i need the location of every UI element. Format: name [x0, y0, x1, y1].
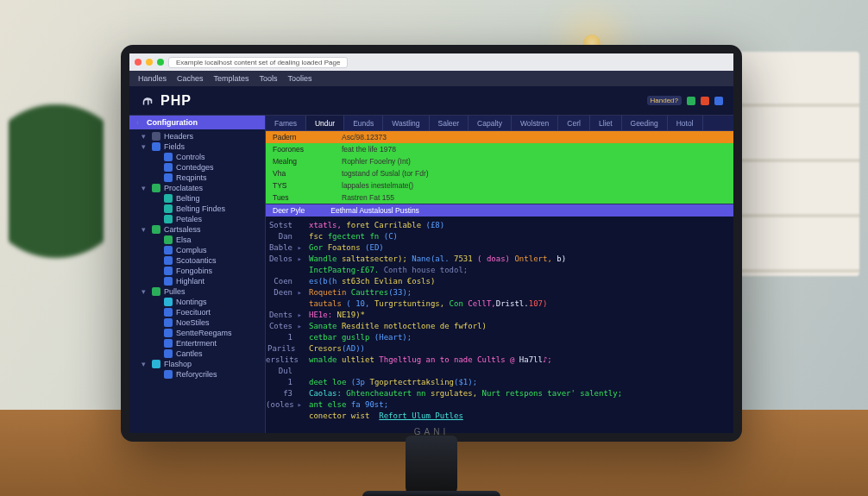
- panel-row[interactable]: PadernAsc/98.12373: [266, 131, 733, 143]
- twisty-icon[interactable]: ▸: [296, 254, 302, 265]
- tab-item[interactable]: Hotol: [668, 116, 703, 130]
- twisty-icon[interactable]: ▸: [296, 321, 302, 332]
- gutter[interactable]: 1: [267, 332, 309, 343]
- gutter[interactable]: Cotes▸: [267, 321, 309, 332]
- indicator-icon[interactable]: [687, 97, 695, 105]
- sidebar-item[interactable]: Petales: [129, 214, 265, 224]
- gutter[interactable]: Dul: [267, 366, 309, 377]
- sidebar-item[interactable]: ▾Pulles: [129, 286, 265, 297]
- twisty-icon[interactable]: ▸: [296, 310, 302, 321]
- twisty-icon[interactable]: ▸: [296, 287, 302, 298]
- indicator-icon[interactable]: [714, 97, 723, 105]
- sidebar-item[interactable]: Foecituort: [129, 307, 265, 317]
- window-chrome: Example localhost content set of dealing…: [129, 53, 733, 71]
- gutter[interactable]: M(ooles▸: [267, 399, 309, 411]
- menu-item[interactable]: Handles: [138, 74, 167, 83]
- gutter-label: Delos: [269, 254, 292, 265]
- menu-item[interactable]: Tools: [260, 74, 278, 83]
- browser-tab[interactable]: Example localhost content set of dealing…: [168, 57, 348, 68]
- sidebar-item[interactable]: ▾Headers: [129, 131, 265, 141]
- tab-item[interactable]: Fames: [266, 116, 306, 130]
- sidebar-item[interactable]: Entertrment: [129, 338, 265, 348]
- code-text: tautals ( 10, Turgrstuntings, Con CellT,…: [309, 298, 547, 310]
- sidebar-item[interactable]: Belting: [129, 193, 265, 204]
- sidebar-header[interactable]: ‹ Configuration: [129, 116, 265, 129]
- chevron-left-icon: ‹: [136, 118, 143, 127]
- code-text: es(b(h st63ch Evlian €osls): [309, 276, 435, 287]
- menu-item[interactable]: Toolies: [288, 74, 312, 83]
- tab-item[interactable]: Geeding: [622, 116, 668, 130]
- chevron-icon: ▾: [142, 225, 148, 234]
- panel-value: Asc/98.12373: [335, 133, 733, 141]
- folder-icon: [152, 142, 160, 151]
- tab-item[interactable]: Lliet: [590, 116, 622, 130]
- sidebar-item[interactable]: Contedges: [129, 162, 265, 173]
- menu-item[interactable]: Caches: [177, 74, 204, 83]
- gutter[interactable]: Coen: [267, 276, 309, 287]
- traffic-dot[interactable]: [157, 59, 164, 66]
- sidebar-item[interactable]: Fongobins: [129, 266, 265, 276]
- tab-item[interactable]: Wolstren: [512, 116, 558, 130]
- gutter[interactable]: Dents▸: [267, 310, 309, 321]
- gutter[interactable]: Eperslits: [267, 355, 309, 366]
- tab-item[interactable]: Undur: [306, 116, 344, 130]
- sidebar-item-label: Headers: [164, 132, 193, 141]
- sidebar-item[interactable]: Cantles: [129, 348, 265, 359]
- gutter[interactable]: Sotst: [267, 220, 309, 231]
- sidebar-item[interactable]: Nontings: [129, 297, 265, 307]
- sidebar-item[interactable]: Scotoantics: [129, 255, 265, 266]
- gutter[interactable]: Deen▸: [267, 287, 309, 298]
- sidebar-item[interactable]: NoeStiles: [129, 317, 265, 328]
- sidebar-item-label: SentteReegams: [176, 329, 232, 337]
- code-area[interactable]: Sotstxtatls, foret Carrilable (£8)Danfsc…: [266, 217, 733, 433]
- code-text: ant else fa 90st;: [309, 399, 388, 411]
- panel-row[interactable]: Fooronesfeat the life 1978: [266, 143, 733, 155]
- tab-item[interactable]: Cerl: [558, 116, 590, 130]
- gutter[interactable]: [267, 411, 309, 422]
- gutter[interactable]: [267, 298, 309, 310]
- gutter-label: 1: [288, 332, 292, 343]
- sidebar-item[interactable]: SentteReegams: [129, 328, 265, 338]
- panel-key: Foorones: [266, 145, 335, 154]
- tab-item[interactable]: Wastling: [383, 116, 429, 130]
- code-line: Dents▸HE1e: NE19)*: [267, 310, 732, 321]
- gutter[interactable]: Dan: [267, 231, 309, 242]
- panel-row[interactable]: Vhatogstand of Suslal (tor Fdr): [266, 167, 733, 179]
- tab-item[interactable]: Saleer: [430, 116, 469, 130]
- panel-row[interactable]: TuesRastren Fat 155: [266, 191, 733, 204]
- gutter[interactable]: Bable▸: [267, 242, 309, 254]
- traffic-dot[interactable]: [135, 59, 142, 66]
- sidebar-item[interactable]: ▾Cartsaless: [129, 224, 265, 235]
- code-text: deet loe (3p Tgoprtectrtaksling($1);: [309, 377, 477, 388]
- sidebar-item[interactable]: Highlant: [129, 276, 265, 286]
- sidebar-item[interactable]: Elsa: [129, 235, 265, 245]
- gutter[interactable]: Delos▸: [267, 254, 309, 265]
- sidebar-item[interactable]: ▾Proclatates: [129, 183, 265, 193]
- sidebar-item[interactable]: Belting Findes: [129, 204, 265, 214]
- gutter[interactable]: 1: [267, 377, 309, 388]
- monitor-stand: [406, 436, 457, 496]
- sidebar-item-label: Scotoantics: [176, 256, 217, 265]
- sidebar-item[interactable]: Reforycriles: [129, 369, 265, 380]
- sidebar-item[interactable]: ▾Flashop: [129, 359, 265, 369]
- gutter[interactable]: [267, 265, 309, 276]
- tab-item[interactable]: Eunds: [344, 116, 383, 130]
- sidebar-item[interactable]: Reqpints: [129, 173, 265, 183]
- indicator-icon[interactable]: [701, 97, 709, 105]
- logo-text: PHP: [160, 93, 192, 109]
- sidebar: ‹ Configuration ▾Headers▾FieldsControlsC…: [129, 116, 266, 433]
- panel-row[interactable]: TYSlappales inestelmate(): [266, 179, 733, 191]
- panel-key: TYS: [266, 181, 335, 190]
- sidebar-item[interactable]: ▾Fields: [129, 141, 265, 152]
- twisty-icon[interactable]: ▸: [298, 399, 302, 411]
- traffic-dot[interactable]: [146, 59, 153, 66]
- twisty-icon[interactable]: ▸: [296, 242, 302, 254]
- tab-item[interactable]: Capalty: [469, 116, 512, 130]
- chevron-icon: ▾: [142, 142, 148, 151]
- menu-item[interactable]: Templates: [214, 74, 249, 83]
- sidebar-item[interactable]: Controls: [129, 152, 265, 162]
- panel-row[interactable]: MealngRophler Fooelny (Int): [266, 155, 733, 167]
- gutter[interactable]: f3: [267, 388, 309, 399]
- sidebar-item[interactable]: Complus: [129, 245, 265, 255]
- gutter[interactable]: Parils: [267, 343, 309, 355]
